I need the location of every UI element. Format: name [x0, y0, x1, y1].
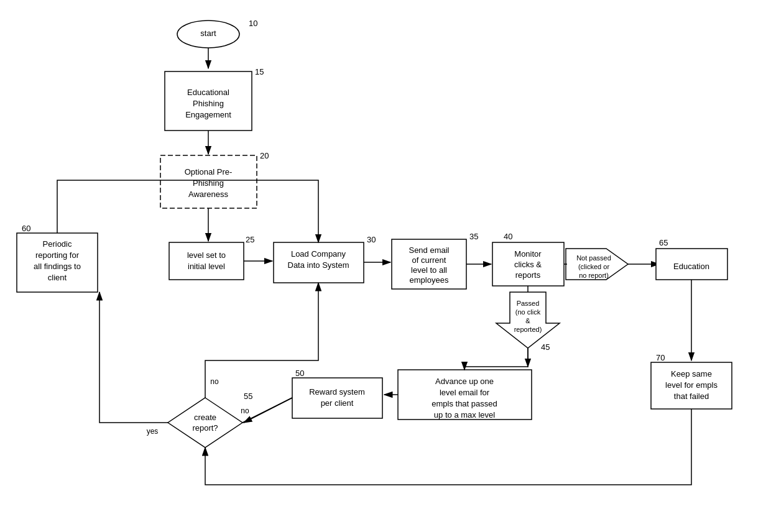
num-10: 10: [249, 19, 257, 28]
n45-label1: Advance up one: [435, 377, 494, 386]
arrow-n55-no-visual: [242, 398, 292, 423]
start-label: start: [200, 29, 216, 38]
n25-label2: initial level: [188, 262, 225, 271]
no-label-top: no: [210, 377, 219, 386]
n55-label1: create: [194, 413, 216, 422]
n35-label3: level to all: [411, 265, 447, 275]
num-25: 25: [246, 235, 254, 244]
num-70: 70: [656, 353, 665, 362]
num-30: 30: [367, 235, 376, 244]
n55-yes-label: yes: [147, 427, 159, 436]
passed-label1: Passed: [517, 300, 540, 307]
n20-label1: Optional Pre-: [185, 167, 233, 177]
passed-label4: reported): [514, 326, 542, 333]
num-50: 50: [295, 369, 304, 378]
num-20: 20: [260, 151, 269, 160]
n35-label2: of current: [412, 255, 446, 265]
n35-label4: employees: [410, 275, 449, 285]
flowchart-svg: start 10 Educational Phishing Engagement…: [0, 0, 771, 532]
n60-label2: reporting for: [35, 250, 80, 260]
passed-label3: &: [525, 317, 530, 324]
num-15: 15: [255, 67, 264, 76]
n70-label3: that failed: [674, 392, 709, 401]
arrow-passed2-n45: [464, 348, 528, 370]
n45-label4: up to a max level: [434, 410, 495, 420]
num-35: 35: [469, 232, 478, 241]
n60-label3: all findings to: [34, 262, 81, 271]
n65-label: Education: [673, 262, 709, 271]
n55-diamond: [168, 398, 242, 447]
n15-label: Educational: [187, 88, 229, 97]
n45-label3: empls that passed: [432, 399, 497, 408]
n70-label2: level for empls: [665, 380, 718, 390]
arrow-n55-n60: [99, 292, 168, 423]
n35-label1: Send email: [409, 245, 449, 255]
n40-label3: reports: [515, 270, 541, 280]
n50-label2: per client: [321, 398, 354, 408]
num-55: 55: [244, 392, 252, 401]
n30-label2: Data into System: [288, 260, 349, 270]
num-65: 65: [659, 238, 668, 247]
passed-label2: (no click: [515, 308, 541, 316]
num-45: 45: [541, 342, 550, 352]
n70-label1: Keep same: [671, 369, 712, 378]
n50-label1: Reward system: [309, 387, 365, 397]
n55-no-label: no: [241, 406, 249, 415]
not-passed-label1: Not passed: [576, 254, 611, 262]
n45-label2: level email for: [440, 388, 490, 397]
flowchart-diagram: start 10 Educational Phishing Engagement…: [0, 0, 771, 532]
n55-label2: report?: [192, 423, 218, 433]
num-60: 60: [22, 224, 30, 233]
n15-label2: Phishing: [193, 99, 224, 108]
n15-label3: Engagement: [185, 110, 231, 119]
n40-label1: Monitor: [514, 249, 542, 259]
n60-label4: client: [48, 273, 67, 282]
n40-label2: clicks &: [514, 260, 542, 269]
n20-label3: Awareness: [188, 190, 229, 199]
arrow-n70-n55: [205, 409, 691, 485]
num-40: 40: [504, 232, 512, 241]
n30-label1: Load Company: [291, 249, 346, 259]
n25-label1: level set to: [187, 250, 226, 260]
not-passed-label3: no report): [579, 272, 609, 279]
n25-box: [169, 242, 244, 280]
n60-label1: Periodic: [43, 239, 72, 249]
not-passed-label2: (clicked or: [578, 263, 609, 270]
